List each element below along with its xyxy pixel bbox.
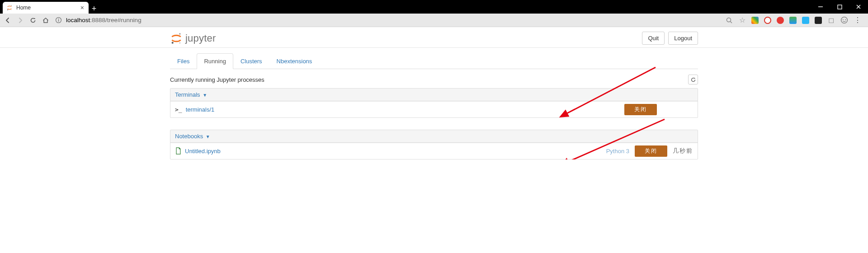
notebook-icon [175, 147, 181, 155]
svg-point-16 [172, 42, 174, 43]
logout-button[interactable]: Logout [668, 32, 698, 45]
browser-tab-title: Home [16, 5, 77, 11]
caret-down-icon: ▼ [203, 93, 207, 98]
tab-close-icon[interactable]: × [80, 5, 84, 11]
svg-point-0 [11, 5, 12, 6]
nav-home-button[interactable] [42, 16, 50, 24]
tab-files[interactable]: Files [170, 53, 197, 69]
window-close-button[interactable] [849, 0, 868, 14]
notebooks-panel: Notebooks ▼ Untitled.ipynb Python 3 关闭 几… [170, 130, 698, 159]
window-maximize-button[interactable] [830, 0, 849, 14]
nav-back-button[interactable] [4, 16, 12, 24]
extension-icon[interactable] [764, 17, 771, 24]
caret-down-icon: ▼ [206, 134, 210, 139]
svg-point-14 [845, 19, 846, 20]
jupyter-header: jupyter Quit Logout [170, 27, 698, 47]
svg-point-15 [179, 33, 181, 35]
svg-point-13 [842, 19, 843, 20]
bookmark-star-icon[interactable]: ☆ [739, 17, 746, 24]
svg-point-12 [841, 17, 847, 23]
site-info-icon[interactable] [54, 16, 62, 24]
terminal-icon: >_ [175, 106, 182, 113]
tab-nbextensions[interactable]: Nbextensions [269, 53, 320, 69]
window-controls [811, 0, 868, 14]
jupyter-logo-icon [170, 32, 183, 45]
svg-line-11 [731, 21, 732, 23]
address-text: localhost:8888/tree#running [66, 17, 142, 23]
jupyter-logo-text: jupyter [185, 33, 216, 44]
nav-reload-button[interactable] [29, 16, 37, 24]
tab-clusters[interactable]: Clusters [233, 53, 269, 69]
running-description: Currently running Jupyter processes [170, 76, 264, 83]
notebook-link[interactable]: Untitled.ipynb [185, 148, 221, 155]
quit-button[interactable]: Quit [642, 32, 665, 45]
tab-running[interactable]: Running [197, 53, 233, 69]
profile-icon[interactable] [840, 16, 848, 24]
terminals-panel: Terminals ▼ >_ terminals/1 关闭 [170, 88, 698, 118]
extension-icon[interactable] [815, 17, 822, 24]
notebooks-panel-header[interactable]: Notebooks ▼ [170, 130, 698, 143]
browser-tab-active[interactable]: Home × [3, 2, 89, 14]
jupyter-favicon [6, 5, 13, 11]
tab-strip: Home × + [0, 0, 99, 14]
terminal-shutdown-button[interactable]: 关闭 [624, 104, 657, 115]
nav-forward-button[interactable] [16, 16, 24, 24]
svg-point-2 [11, 9, 11, 10]
extension-icon[interactable] [751, 17, 759, 24]
chrome-menu-icon[interactable]: ⋮ [854, 16, 862, 24]
address-bar[interactable]: localhost:8888/tree#running [54, 14, 721, 27]
window-titlebar: Home × + [0, 0, 868, 14]
svg-point-10 [727, 18, 731, 22]
svg-rect-4 [838, 5, 842, 9]
kernel-name: Python 3 [606, 148, 629, 155]
svg-point-17 [179, 42, 181, 43]
window-minimize-button[interactable] [811, 0, 830, 14]
jupyter-logo[interactable]: jupyter [170, 32, 216, 45]
notebook-shutdown-button[interactable]: 关闭 [635, 145, 667, 157]
toolbar-right-icons: ☆ ◻ ⋮ [725, 16, 862, 24]
terminals-panel-header[interactable]: Terminals ▼ [170, 89, 698, 101]
notebook-time-ago: 几秒前 [673, 147, 693, 155]
new-tab-button[interactable]: + [89, 4, 99, 14]
extension-icon[interactable] [789, 17, 797, 24]
svg-point-8 [58, 19, 59, 19]
svg-rect-9 [58, 20, 59, 22]
browser-toolbar: localhost:8888/tree#running ☆ ◻ ⋮ [0, 14, 868, 27]
extension-icon[interactable] [802, 17, 809, 24]
extension-icon[interactable]: ◻ [827, 17, 835, 24]
notebook-row: Untitled.ipynb Python 3 关闭 几秒前 [170, 143, 698, 159]
svg-point-1 [7, 9, 8, 10]
zoom-icon[interactable] [725, 16, 733, 24]
extension-icon[interactable] [777, 17, 784, 24]
terminal-link[interactable]: terminals/1 [186, 106, 215, 113]
refresh-button[interactable] [688, 75, 698, 84]
terminal-row: >_ terminals/1 关闭 [170, 101, 698, 117]
main-tabbar: Files Running Clusters Nbextensions [170, 53, 698, 69]
